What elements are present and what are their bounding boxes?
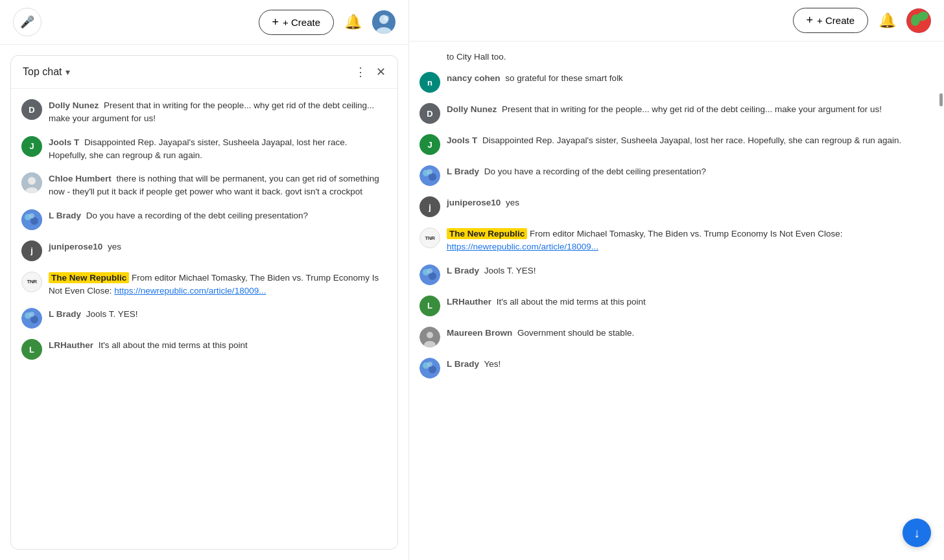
scroll-to-bottom-button[interactable]: ↓ bbox=[903, 519, 931, 547]
message-username: Chloe Humbert bbox=[49, 174, 112, 183]
create-button-left[interactable]: + + Create bbox=[259, 10, 334, 35]
article-link[interactable]: https://newrepublic.com/article/18009... bbox=[114, 286, 266, 296]
create-button-right[interactable]: + + Create bbox=[793, 8, 868, 33]
chat-header-title[interactable]: Top chat ▾ bbox=[23, 66, 70, 78]
message-row: j juniperose10 yes bbox=[419, 192, 934, 221]
message-content: Jools T Disappointed Rep. Jayapal's sist… bbox=[49, 136, 387, 163]
svg-point-3 bbox=[384, 16, 389, 21]
message-content: Jools T Disappointed Rep. Jayapal's sist… bbox=[447, 134, 934, 147]
message-username: Dolly Nunez bbox=[447, 104, 497, 114]
message-username: L Brady bbox=[447, 167, 479, 176]
svg-point-5 bbox=[28, 177, 36, 185]
message-row: L Brady Yes! bbox=[419, 354, 934, 382]
message-username: Dolly Nunez bbox=[49, 100, 99, 110]
message-username: Jools T bbox=[447, 135, 477, 145]
message-row: L LRHauther It's all about the mid terms… bbox=[419, 292, 934, 320]
message-username: LRHauther bbox=[49, 340, 93, 350]
message-username: Maureen Brown bbox=[447, 328, 512, 338]
message-row: Maureen Brown Government should be stabl… bbox=[419, 323, 934, 351]
chat-messages-left: D Dolly Nunez Present that in writing fo… bbox=[11, 89, 397, 549]
message-username: L Brady bbox=[49, 309, 81, 319]
message-text: Disappointed Rep. Jayapal's sister, Sush… bbox=[482, 135, 901, 145]
message-row: Chloe Humbert there is nothing that will… bbox=[21, 169, 387, 203]
avatar: TNR bbox=[419, 228, 440, 248]
avatar bbox=[21, 308, 42, 329]
more-options-icon[interactable]: ⋮ bbox=[355, 65, 367, 79]
message-content: The New Republic From editor Michael Tom… bbox=[49, 272, 387, 298]
avatar bbox=[419, 327, 440, 347]
message-content: The New Republic From editor Michael Tom… bbox=[447, 228, 934, 254]
plus-icon-right: + bbox=[807, 14, 814, 27]
svg-point-14 bbox=[29, 312, 34, 317]
message-text: It's all about the mid terms at this poi… bbox=[497, 297, 646, 307]
avatar: j bbox=[419, 196, 440, 217]
message-row: D Dolly Nunez Present that in writing fo… bbox=[419, 99, 934, 128]
message-row: TNR The New Republic From editor Michael… bbox=[419, 224, 934, 258]
avatar: J bbox=[21, 136, 42, 157]
message-row: L Brady Do you have a recording of the d… bbox=[419, 161, 934, 190]
close-icon[interactable]: ✕ bbox=[376, 65, 386, 79]
avatar bbox=[21, 172, 42, 193]
message-row: L Brady Jools T. YES! bbox=[21, 304, 387, 332]
message-text: From editor Michael Tomasky, The Biden v… bbox=[530, 229, 842, 239]
message-username: juniperose10 bbox=[49, 242, 102, 251]
right-panel: + + Create 🔔 to City Hall too. n nancy c… bbox=[408, 0, 944, 560]
message-text: so grateful for these smart folk bbox=[505, 73, 623, 83]
new-republic-badge-right: The New Republic bbox=[447, 228, 527, 239]
message-text: It's all about the mid terms at this poi… bbox=[99, 340, 248, 350]
top-bar-left: 🎤 + + Create 🔔 bbox=[0, 0, 408, 45]
message-content: L Brady Do you have a recording of the d… bbox=[447, 165, 934, 178]
message-text: yes bbox=[506, 198, 519, 207]
article-link-right[interactable]: https://newrepublic.com/article/18009... bbox=[447, 242, 598, 251]
message-content: Maureen Brown Government should be stabl… bbox=[447, 327, 934, 340]
svg-point-27 bbox=[427, 332, 433, 338]
user-avatar-right[interactable] bbox=[906, 8, 931, 33]
message-text: Government should be stable. bbox=[517, 328, 634, 338]
message-content: nancy cohen so grateful for these smart … bbox=[447, 72, 934, 85]
message-content: L Brady Jools T. YES! bbox=[49, 308, 387, 321]
chat-panel-left: Top chat ▾ ⋮ ✕ D Dolly Nunez Present tha… bbox=[10, 55, 398, 550]
message-content: juniperose10 yes bbox=[49, 240, 387, 253]
scrollbar-indicator bbox=[939, 93, 943, 106]
message-username: LRHauther bbox=[447, 297, 491, 307]
message-username: L Brady bbox=[447, 359, 479, 369]
message-text: Present that in writing for the people..… bbox=[502, 104, 882, 114]
message-text: Jools T. YES! bbox=[484, 266, 536, 275]
svg-point-32 bbox=[427, 362, 432, 367]
avatar: D bbox=[419, 103, 440, 124]
message-row: L LRHauther It's all about the mid terms… bbox=[21, 335, 387, 364]
top-bar-right: + + Create 🔔 bbox=[409, 0, 944, 41]
message-username: juniperose10 bbox=[447, 198, 501, 207]
left-panel: 🎤 + + Create 🔔 Top chat ▾ ⋮ ✕ bbox=[0, 0, 408, 560]
message-row: L Brady Jools T. YES! bbox=[419, 261, 934, 289]
message-username: nancy cohen bbox=[447, 73, 501, 83]
message-row: j juniperose10 yes bbox=[21, 237, 387, 265]
message-content: LRHauther It's all about the mid terms a… bbox=[447, 296, 934, 309]
message-row: n nancy cohen so grateful for these smar… bbox=[419, 68, 934, 97]
message-username: L Brady bbox=[447, 266, 479, 275]
message-username: Jools T bbox=[49, 137, 79, 147]
message-content: Chloe Humbert there is nothing that will… bbox=[49, 172, 387, 199]
bell-icon-right[interactable]: 🔔 bbox=[879, 12, 896, 29]
chevron-down-icon: ▾ bbox=[65, 67, 70, 77]
avatar: TNR bbox=[21, 272, 42, 292]
plus-icon: + bbox=[272, 16, 279, 29]
bell-icon-left[interactable]: 🔔 bbox=[344, 14, 362, 30]
avatar bbox=[419, 264, 440, 285]
create-label-left: + Create bbox=[283, 17, 320, 28]
message-row: J Jools T Disappointed Rep. Jayapal's si… bbox=[419, 130, 934, 159]
mic-button[interactable]: 🎤 bbox=[13, 8, 41, 36]
message-text: Jools T. YES! bbox=[86, 309, 138, 319]
avatar: n bbox=[419, 72, 440, 93]
message-content: juniperose10 yes bbox=[447, 196, 934, 209]
avatar: L bbox=[21, 339, 42, 360]
avatar: J bbox=[419, 134, 440, 155]
user-avatar-left[interactable] bbox=[372, 10, 395, 34]
avatar bbox=[419, 165, 440, 186]
message-row: L Brady Do you have a recording of the d… bbox=[21, 205, 387, 234]
svg-point-10 bbox=[29, 213, 34, 218]
message-username: L Brady bbox=[49, 211, 81, 220]
avatar bbox=[21, 209, 42, 230]
message-row: TNR The New Republic From editor Michael… bbox=[21, 268, 387, 302]
message-text: yes bbox=[108, 242, 121, 251]
